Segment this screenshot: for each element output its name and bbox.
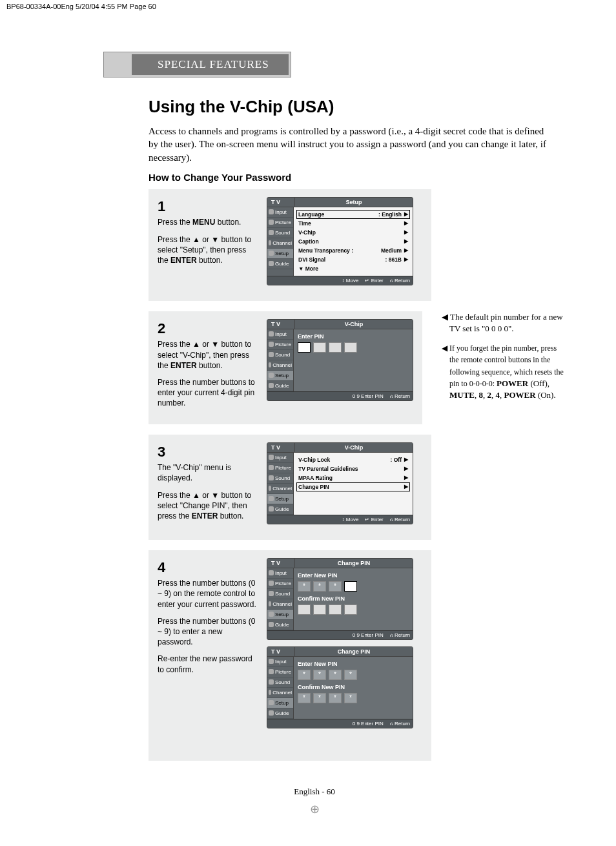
osd-side-sound-label: Sound xyxy=(275,230,290,236)
sound-icon xyxy=(269,230,274,235)
osd-side-input: Input xyxy=(267,657,293,667)
osd-footer: 0 9 Enter PIN ⎌ Return xyxy=(267,719,413,728)
osd-side-setup-label: Setup xyxy=(275,251,289,256)
osd-row-more: ▼ More xyxy=(296,264,410,273)
confirm-new-pin-label: Confirm New PIN xyxy=(298,595,409,602)
pin-box-4 xyxy=(344,342,357,353)
pin-box-1: * xyxy=(298,581,311,592)
print-meta-strip: BP68-00334A-00Eng 5/20/04 4:55 PM Page 6… xyxy=(0,0,616,13)
step-2-line1-b: ENTER xyxy=(170,361,197,370)
osd-row-time: Time▶ xyxy=(296,219,410,228)
osd-row-dvi-label: DVI Signal xyxy=(298,256,385,263)
osd-footer-return: ⎌ Return xyxy=(390,721,410,727)
osd-sidebar: Input Picture Sound Channel Setup Guide xyxy=(267,568,294,630)
osd-side-sound: Sound xyxy=(267,589,293,599)
osd-side-sound: Sound xyxy=(267,677,293,688)
osd-tab: T V xyxy=(267,198,295,207)
note-default-pin: ◀ The default pin number for a new TV se… xyxy=(442,311,564,335)
pin-box-4 xyxy=(344,604,357,615)
pin-box-2: * xyxy=(313,581,326,592)
osd-main-panel: Language: English▶ Time▶ V-Chip▶ Caption… xyxy=(294,207,413,276)
osd-main-panel: Enter PIN xyxy=(294,329,413,391)
osd-row-language: Language: English▶ xyxy=(296,210,410,219)
pin-box-2 xyxy=(313,604,326,615)
chevron-right-icon: ▶ xyxy=(404,220,408,227)
osd-footer: ↕ Move ↵ Enter ⎌ Return xyxy=(267,515,413,524)
step-4-number: 4 xyxy=(158,558,258,577)
osd-row-dvi: DVI Signal: 861B▶ xyxy=(296,255,410,264)
osd-footer: 0 9 Enter PIN ⎌ Return xyxy=(267,391,413,400)
osd-title: V-Chip xyxy=(295,320,413,329)
step-1-line2-b: ENTER xyxy=(170,256,197,265)
osd-side-setup: Setup xyxy=(267,371,293,381)
step-1-line1-c: button. xyxy=(215,218,241,227)
guide-icon xyxy=(269,622,274,627)
guide-icon xyxy=(269,261,274,266)
step-1-line2-c: button. xyxy=(197,256,223,265)
chevron-right-icon: ▶ xyxy=(404,457,408,463)
step-2-text: 2 Press the ▲ or ▼ button to select "V-C… xyxy=(158,319,258,415)
osd-side-picture-label: Picture xyxy=(275,220,291,225)
osd-side-channel: Channel xyxy=(267,484,293,494)
osd-row-tvparental: TV Parental Guidelines▶ xyxy=(296,464,410,473)
step-1-line1-a: Press the xyxy=(158,218,192,227)
osd-side-picture: Picture xyxy=(267,340,293,350)
sound-icon xyxy=(269,679,274,685)
section-header: SPECIAL FEATURES xyxy=(106,54,289,75)
step-3-line2-c: button. xyxy=(218,511,243,521)
step-2-number: 2 xyxy=(158,319,258,338)
osd-side-setup: Setup xyxy=(267,249,293,259)
setup-icon xyxy=(269,700,274,705)
chevron-right-icon: ▶ xyxy=(404,256,408,263)
osd-side-input: Input xyxy=(267,568,293,579)
osd-sidebar: Input Picture Sound Channel Setup Guide xyxy=(267,207,294,276)
osd-side-setup: Setup xyxy=(267,698,293,708)
channel-icon xyxy=(269,690,271,695)
pin-box-2: * xyxy=(313,670,326,680)
osd-footer-enter: ↵ Enter xyxy=(365,278,383,284)
osd-side-setup: Setup xyxy=(267,494,293,504)
chevron-right-icon: ▶ xyxy=(404,484,408,490)
pin-box-3 xyxy=(329,604,342,615)
osd-row-language-val: : English xyxy=(378,211,402,218)
chevron-right-icon: ▶ xyxy=(404,229,408,236)
osd-footer-enterpin: 0 9 Enter PIN xyxy=(353,393,384,399)
osd-side-channel-label: Channel xyxy=(272,240,292,246)
confirm-new-pin-boxes xyxy=(298,604,409,615)
osd-side-guide: Guide xyxy=(267,504,293,515)
step-2-line2: Press the number buttons to enter your c… xyxy=(158,377,258,409)
osd-footer-return: ⎌ Return xyxy=(390,393,410,399)
intro-paragraph: Access to channels and programs is contr… xyxy=(149,125,549,164)
osd-row-vchip-label: V-Chip xyxy=(298,229,404,236)
osd-side-picture: Picture xyxy=(267,463,293,473)
confirm-new-pin-boxes: * * * * xyxy=(298,693,409,703)
osd-side-sound: Sound xyxy=(267,228,293,238)
osd-footer-enterpin: 0 9 Enter PIN xyxy=(353,632,384,638)
osd-main-panel: V-Chip Lock: Off▶ TV Parental Guidelines… xyxy=(294,453,413,515)
step-1: 1 Press the MENU button. Press the ▲ or … xyxy=(149,189,431,301)
pin-box-1: * xyxy=(298,693,311,703)
step-4-screenshots: T V Change PIN Input Picture Sound Chann… xyxy=(267,558,422,752)
enter-new-pin-label: Enter New PIN xyxy=(298,572,409,579)
input-icon xyxy=(269,209,274,214)
osd-footer-move: ↕ Move xyxy=(342,278,359,284)
pin-box-2: * xyxy=(313,693,326,703)
osd-footer-return: ⎌ Return xyxy=(390,632,410,638)
page-title: Using the V-Chip (USA) xyxy=(149,97,564,117)
osd-main-panel: Enter New PIN * * * * Confirm New PIN * … xyxy=(294,657,413,719)
channel-icon xyxy=(269,601,271,606)
osd-side-channel: Channel xyxy=(267,360,293,371)
sound-icon xyxy=(269,475,274,480)
osd-change-pin-entering: T V Change PIN Input Picture Sound Chann… xyxy=(267,558,413,640)
osd-footer-move-label: Move xyxy=(346,278,359,284)
setup-icon xyxy=(269,251,274,256)
pin-box-3: * xyxy=(329,693,342,703)
osd-side-guide-label: Guide xyxy=(275,261,289,267)
chevron-right-icon: ▶ xyxy=(404,466,408,472)
pin-box-1 xyxy=(298,342,311,353)
osd-sidebar: Input Picture Sound Channel Setup Guide xyxy=(267,329,294,391)
page-number-footer: English - 60 xyxy=(65,787,564,797)
channel-icon xyxy=(269,240,271,245)
note-forgot-pin: ◀ If you forget the pin number, press th… xyxy=(442,342,564,401)
setup-icon xyxy=(269,496,274,501)
